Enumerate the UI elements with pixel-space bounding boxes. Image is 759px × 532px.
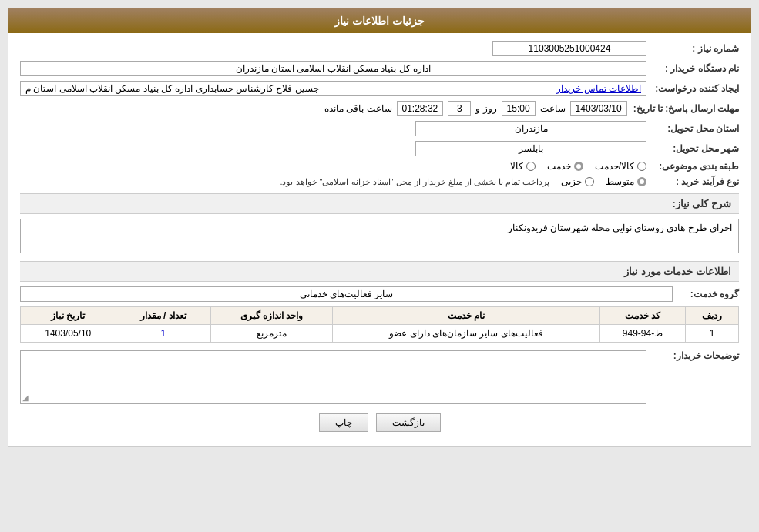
mohlat-label: مهلت ارسال پاسخ: تا تاریخ: [627, 103, 739, 114]
shomara-niaz-row: شماره نیاز : 1103005251000424 [20, 41, 739, 56]
tabaghe-label: طبقه بندی موضوعی: [646, 161, 739, 172]
resize-icon-tozihat: ◢ [22, 393, 29, 402]
tabaghe-radio-khedmat [574, 162, 583, 171]
baghimandeh-value: 01:28:32 [397, 101, 444, 116]
panel-header: جزئیات اطلاعات نیاز [8, 8, 751, 33]
main-panel: جزئیات اطلاعات نیاز شماره نیاز : 1103005… [8, 8, 751, 447]
mohlat-row: مهلت ارسال پاسخ: تا تاریخ: 1403/03/10 سا… [20, 101, 739, 116]
tabaghe-option-kala-khedmat[interactable]: کالا/خدمت [595, 161, 646, 172]
cell-tedad: 1 [116, 325, 210, 343]
saat-label: ساعت [540, 103, 566, 114]
col-tarikh: تاریخ نیاز [21, 307, 116, 325]
ijad-label: ایجاد کننده درخواست: [646, 83, 739, 94]
services-table-body: 1 ط-94-949 فعالیت‌های سایر سازمان‌های دا… [21, 325, 739, 343]
navoe-radio-group: متوسط جزیی [561, 176, 646, 187]
tabaghe-radio-kala-khedmat [637, 162, 646, 171]
tarikh-value: 1403/03/10 [570, 101, 627, 116]
tabaghe-row: طبقه بندی موضوعی: کالا/خدمت خدمت کالا [20, 161, 739, 172]
gorooh-label: گروه خدمت: [677, 289, 739, 299]
saat-value: 15:00 [502, 101, 536, 116]
print-button[interactable]: چاپ [319, 413, 368, 432]
rooz-label: روز و [475, 103, 496, 114]
shahr-label: شهر محل تحویل: [646, 143, 739, 154]
baghimandeh-label: ساعت باقی مانده [324, 103, 392, 114]
services-table-header-row: ردیف کد خدمت نام خدمت واحد اندازه گیری ت… [21, 307, 739, 325]
ostan-label: استان محل تحویل: [646, 123, 739, 134]
cell-kod: ط-94-949 [599, 325, 685, 343]
navoe-label-jozi: جزیی [561, 176, 582, 187]
shahr-row: شهر محل تحویل: بابلسر [20, 141, 739, 156]
tozihat-row: توضیحات خریدار: ◢ [20, 350, 739, 404]
navoe-desc: پرداخت تمام یا بخشی از مبلغ خریدار از مح… [280, 177, 549, 187]
ostan-value: مازندران [415, 121, 646, 136]
tabaghe-radio-group: کالا/خدمت خدمت کالا [510, 161, 646, 172]
navoe-label-mootaset: متوسط [606, 176, 634, 187]
cell-radif: 1 [686, 325, 739, 343]
shomara-niaz-value: 1103005251000424 [492, 41, 646, 56]
services-table-head: ردیف کد خدمت نام خدمت واحد اندازه گیری ت… [21, 307, 739, 325]
navoe-label: نوع فرآیند خرید : [646, 176, 739, 187]
sharh-header-label: شرح کلی نیاز: [672, 198, 731, 209]
khadamat-section-header: اطلاعات خدمات مورد نیاز [20, 261, 739, 282]
col-vahed: واحد اندازه گیری [210, 307, 332, 325]
col-kod: کد خدمت [599, 307, 685, 325]
tabaghe-label-kala-khedmat: کالا/خدمت [595, 161, 634, 172]
cell-tarikh: 1403/05/10 [21, 325, 116, 343]
navoe-radio-mootaset [637, 177, 646, 186]
gorooh-value: سایر فعالیت‌های خدماتی [20, 286, 673, 302]
ostan-row: استان محل تحویل: مازندران [20, 121, 739, 136]
col-radif: ردیف [686, 307, 739, 325]
back-button[interactable]: بازگشت [376, 413, 441, 432]
khadamat-header-label: اطلاعات خدمات مورد نیاز [624, 266, 731, 277]
table-row: 1 ط-94-949 فعالیت‌های سایر سازمان‌های دا… [21, 325, 739, 343]
tabaghe-option-khedmat[interactable]: خدمت [547, 161, 583, 172]
nam-dastgah-value: اداره کل بنیاد مسکن انقلاب اسلامی استان … [20, 61, 646, 76]
sharh-section-header: شرح کلی نیاز: [20, 193, 739, 214]
tozihat-label: توضیحات خریدار: [646, 350, 739, 361]
col-tedad: تعداد / مقدار [116, 307, 210, 325]
col-nam: نام خدمت [333, 307, 600, 325]
nam-dastgah-row: نام دستگاه خریدار : اداره کل بنیاد مسکن … [20, 61, 739, 76]
tozihat-textarea[interactable]: ◢ [20, 350, 646, 404]
page-wrapper: جزئیات اطلاعات نیاز شماره نیاز : 1103005… [0, 0, 759, 532]
navoe-option-jozi[interactable]: جزیی [561, 176, 594, 187]
navoe-option-mootaset[interactable]: متوسط [606, 176, 646, 187]
ijad-row: ایجاد کننده درخواست: اطلاعات تماس خریدار… [20, 81, 739, 96]
panel-title: جزئیات اطلاعات نیاز [334, 15, 425, 27]
rooz-value: 3 [448, 101, 471, 116]
navoe-row: نوع فرآیند خرید : متوسط جزیی پرداخت تمام… [20, 176, 739, 187]
navoe-radio-jozi [585, 177, 594, 186]
tabaghe-label-khedmat: خدمت [547, 161, 571, 172]
tabaghe-label-kala: کالا [510, 161, 523, 172]
services-table: ردیف کد خدمت نام خدمت واحد اندازه گیری ت… [20, 306, 739, 343]
cell-vahed: مترمربع [210, 325, 332, 343]
buttons-row: بازگشت چاپ [20, 413, 739, 432]
cell-nam: فعالیت‌های سایر سازمان‌های دارای عضو [333, 325, 600, 343]
nam-dastgah-label: نام دستگاه خریدار : [646, 63, 739, 74]
sharh-value: اجرای طرح هادی روستای نوایی محله شهرستان… [20, 219, 739, 253]
tabaghe-option-kala[interactable]: کالا [510, 161, 536, 172]
sharh-row: اجرای طرح هادی روستای نوایی محله شهرستان… [20, 219, 739, 253]
ijad-value: اطلاعات تماس خریدار جسین فلاح کارشناس حس… [20, 81, 646, 96]
gorooh-row: گروه خدمت: سایر فعالیت‌های خدماتی [20, 286, 739, 302]
ijad-text: جسین فلاح کارشناس حسابداری اداره کل بنیا… [25, 83, 319, 94]
panel-body: شماره نیاز : 1103005251000424 نام دستگاه… [8, 33, 751, 446]
shomara-niaz-label: شماره نیاز : [646, 43, 739, 54]
tabaghe-radio-kala [526, 162, 536, 171]
mohlat-inline: 1403/03/10 ساعت 15:00 روز و 3 01:28:32 س… [20, 101, 627, 116]
ijad-link[interactable]: اطلاعات تماس خریدار [556, 83, 641, 94]
shahr-value: بابلسر [415, 141, 646, 156]
